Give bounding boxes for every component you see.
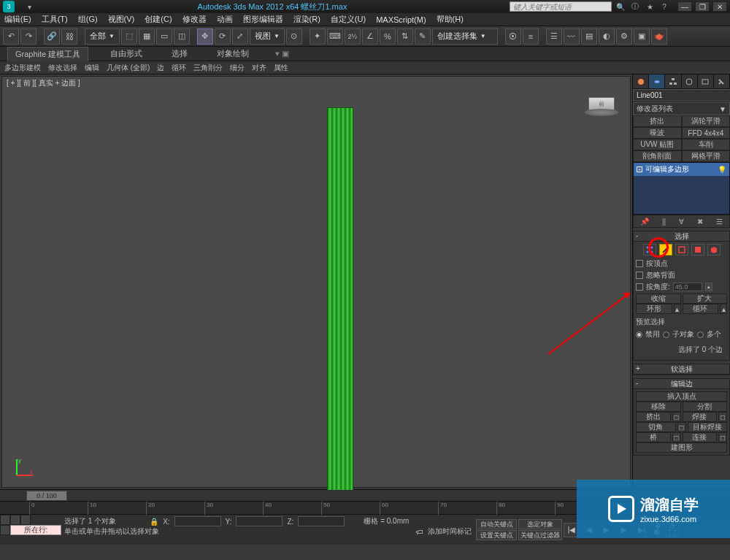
stack-expand-icon[interactable]: + <box>637 166 642 172</box>
spinner-snap-button[interactable]: ⇅ <box>397 28 413 45</box>
tab-motion[interactable] <box>682 74 698 88</box>
radio-preview-sub[interactable] <box>663 331 669 338</box>
infocenter-icon[interactable]: ⓘ <box>629 1 641 12</box>
mod-btn-ffd[interactable]: FFD 4x4x4 <box>682 127 731 139</box>
btn-grow[interactable]: 扩大 <box>683 294 728 304</box>
ribbon-panel-geom[interactable]: 几何体 (全部) <box>107 63 150 73</box>
snap-percent-button[interactable]: % <box>380 28 396 45</box>
menu-group[interactable]: 组(G) <box>78 14 98 25</box>
scene-object-cylinder[interactable] <box>327 107 353 507</box>
key-target-drop[interactable]: 选定对象 <box>518 519 562 529</box>
ribbon-tab-freeform[interactable]: 自由形式 <box>103 47 150 61</box>
ribbon-tab-selection[interactable]: 选择 <box>164 47 195 61</box>
lock-icon[interactable]: 🔒 <box>150 518 158 526</box>
ribbon-expand-icon[interactable]: ▾ ▣ <box>275 49 289 58</box>
menu-create[interactable]: 创建(C) <box>145 14 172 25</box>
auto-key-button[interactable]: 自动关键点 <box>476 519 517 529</box>
tab-modify[interactable] <box>649 74 665 88</box>
ribbon-panel-polymodel[interactable]: 多边形建模 <box>4 63 41 73</box>
mod-btn-lathe[interactable]: 车削 <box>682 139 731 150</box>
configure-sets-icon[interactable]: ☰ <box>716 218 723 226</box>
curve-editor-button[interactable]: 〰 <box>564 28 580 45</box>
render-setup-button[interactable]: ⚙ <box>616 28 632 45</box>
show-end-icon[interactable]: || <box>662 218 666 226</box>
radio-preview-off[interactable] <box>636 331 642 338</box>
angle-spin-up[interactable]: ▴ <box>705 283 712 291</box>
menu-graph[interactable]: 图形编辑器 <box>243 14 283 25</box>
btn-connect[interactable]: 连接 <box>683 432 718 442</box>
btn-remove[interactable]: 移除 <box>636 402 681 412</box>
chk-by-vertex[interactable] <box>636 260 643 267</box>
ribbon-panel-edges[interactable]: 边 <box>157 63 164 73</box>
key-filters-button[interactable]: 关键点过滤器 <box>518 530 562 540</box>
subobj-element[interactable] <box>707 244 721 256</box>
ribbon-panel-modsel[interactable]: 修改选择 <box>48 63 77 73</box>
time-tag-icon[interactable]: 🏷 <box>416 528 423 536</box>
menu-render[interactable]: 渲染(R) <box>293 14 320 25</box>
redo-button[interactable]: ↷ <box>20 28 36 45</box>
manipulate-button[interactable]: ✦ <box>310 28 326 45</box>
select-button[interactable]: ⬚ <box>121 28 137 45</box>
viewport[interactable]: [ + ][ 前 ][ 真实 + 边面 ] 前 y x <box>1 76 631 488</box>
ribbon-panel-props[interactable]: 属性 <box>274 63 288 73</box>
minimize-button[interactable]: — <box>677 1 692 12</box>
ribbon-panel-edit[interactable]: 编辑 <box>85 63 99 73</box>
menu-edit[interactable]: 编辑(E) <box>4 14 31 25</box>
btn-chamfer-settings[interactable]: □ <box>677 422 686 432</box>
btn-extrude-settings[interactable]: □ <box>672 412 681 422</box>
select-region-button[interactable]: ▭ <box>156 28 172 45</box>
snap-toggle-2[interactable]: 2½ <box>345 28 361 45</box>
coord-x[interactable] <box>174 516 221 526</box>
subobj-vertex[interactable] <box>643 244 656 256</box>
pivot-button[interactable]: ⊙ <box>286 28 302 45</box>
appmenu-arrow[interactable]: ▾ <box>23 1 35 12</box>
ribbon-panel-tri[interactable]: 三角剖分 <box>193 63 223 73</box>
favorites-icon[interactable]: ★ <box>644 1 656 12</box>
mod-btn-noise[interactable]: 噪波 <box>633 127 682 139</box>
ribbon-panel-align[interactable]: 对齐 <box>252 63 266 73</box>
btn-connect-settings[interactable]: □ <box>718 432 727 442</box>
subobj-border[interactable] <box>675 244 688 256</box>
btn-ring[interactable]: 环形 <box>636 304 672 314</box>
keymode-button[interactable]: ⌨ <box>327 28 343 45</box>
add-time-marker[interactable]: 添加时间标记 <box>428 526 472 537</box>
modifier-stack[interactable]: + 可编辑多边形 💡 <box>633 162 730 215</box>
ribbon-tab-paint[interactable]: 对象绘制 <box>210 47 256 61</box>
ribbon-panel-loops[interactable]: 循环 <box>172 63 186 73</box>
mirror-button[interactable]: ⦿ <box>505 28 521 45</box>
pin-stack-icon[interactable]: 📌 <box>640 218 649 226</box>
chk-by-angle[interactable] <box>636 283 643 291</box>
menu-help[interactable]: 帮助(H) <box>437 14 464 25</box>
menu-modifiers[interactable]: 修改器 <box>182 14 207 25</box>
coord-z[interactable] <box>298 516 345 526</box>
mod-btn-uvw[interactable]: UVW 贴图 <box>633 139 682 150</box>
btn-loop[interactable]: 循环 <box>683 304 719 314</box>
viewcube[interactable]: 前 <box>585 97 618 119</box>
btn-insert-vertex[interactable]: 插入顶点 <box>636 391 727 402</box>
link-button[interactable]: 🔗 <box>44 28 60 45</box>
ring-spin[interactable]: ▴ <box>674 304 681 314</box>
menu-customize[interactable]: 自定义(U) <box>331 14 366 25</box>
chk-ignore-back[interactable] <box>636 272 643 279</box>
btn-split[interactable]: 分割 <box>683 402 728 412</box>
selection-filter-drop[interactable]: 全部▼ <box>85 28 120 45</box>
stack-bulb-icon[interactable]: 💡 <box>718 166 726 174</box>
menu-view[interactable]: 视图(V) <box>108 14 135 25</box>
mod-btn-meshsmooth[interactable]: 网格平滑 <box>682 150 731 162</box>
restore-button[interactable]: ❐ <box>695 1 710 12</box>
modifier-list-drop[interactable]: 修改器列表▼ <box>633 102 730 115</box>
mod-btn-bevel[interactable]: 剖角剖面 <box>633 150 682 162</box>
menu-tools[interactable]: 工具(T) <box>42 14 68 25</box>
btn-bridge[interactable]: 桥 <box>636 432 671 442</box>
subobj-edge[interactable] <box>659 244 672 256</box>
btn-bridge-settings[interactable]: □ <box>672 432 681 442</box>
search-icon[interactable]: 🔍 <box>615 1 626 12</box>
set-key-button[interactable]: 设置关键点 <box>476 530 517 540</box>
tab-hierarchy[interactable] <box>665 74 681 88</box>
subobj-polygon[interactable] <box>691 244 704 256</box>
help-icon[interactable]: ? <box>658 1 670 12</box>
ribbon-panel-subdiv[interactable]: 细分 <box>230 63 245 73</box>
remove-mod-icon[interactable]: ✖ <box>697 218 703 226</box>
btn-shrink[interactable]: 收缩 <box>636 294 681 304</box>
named-selection-drop[interactable]: 创建选择集▼ <box>432 28 498 45</box>
